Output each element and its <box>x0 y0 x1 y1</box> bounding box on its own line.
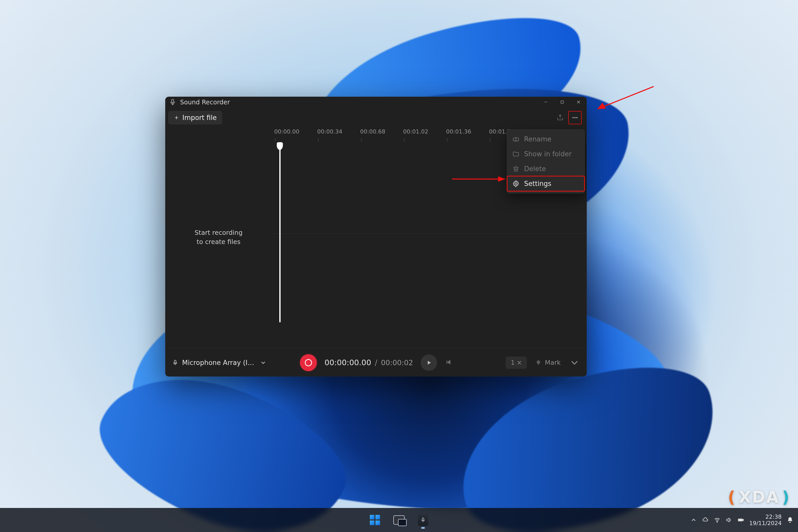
playback-speed-label: 1 × <box>511 359 522 366</box>
add-marker-button[interactable]: Mark <box>531 357 564 368</box>
window-maximize-button[interactable] <box>554 97 570 108</box>
svg-rect-20 <box>422 518 424 520</box>
titlebar[interactable]: Sound Recorder <box>165 97 587 108</box>
svg-rect-12 <box>174 360 176 363</box>
marker-dropdown-button[interactable] <box>569 357 580 368</box>
taskbar-clock[interactable]: 22:38 19/11/2024 <box>749 514 782 527</box>
skip-back-button[interactable] <box>445 359 452 367</box>
playhead[interactable] <box>277 142 283 322</box>
task-view-button[interactable] <box>389 510 409 530</box>
time-readout: 00:00:00.00 / 00:00:02 <box>325 358 413 367</box>
playback-speed-button[interactable]: 1 × <box>506 357 527 369</box>
record-icon <box>305 359 312 366</box>
menu-item-settings[interactable]: Settings <box>507 176 585 191</box>
time-separator: / <box>373 358 379 367</box>
svg-point-7 <box>572 117 574 118</box>
annotation-arrow <box>590 84 656 115</box>
marker-label: Mark <box>545 359 560 366</box>
svg-rect-0 <box>172 99 174 103</box>
menu-item-rename[interactable]: Rename <box>507 132 585 147</box>
import-file-label: Import file <box>182 114 217 121</box>
share-button[interactable] <box>553 111 567 124</box>
window-minimize-button[interactable] <box>538 97 554 108</box>
ruler-tick: 00:00.34 <box>317 128 360 146</box>
playhead-handle-icon[interactable] <box>277 142 283 150</box>
clock-date: 19/11/2024 <box>749 520 782 526</box>
menu-item-label: Show in folder <box>524 150 572 158</box>
svg-rect-24 <box>739 519 742 520</box>
volume-icon[interactable] <box>726 517 732 523</box>
menu-item-label: Rename <box>524 135 551 143</box>
start-button[interactable] <box>365 510 385 530</box>
elapsed-time: 00:00:00.00 <box>325 358 371 367</box>
ruler-tick: 00:01.02 <box>403 128 446 146</box>
menu-item-label: Settings <box>524 180 551 188</box>
windows-logo-icon <box>370 515 380 525</box>
play-button[interactable] <box>421 355 437 371</box>
menu-item-show-in-folder[interactable]: Show in folder <box>507 147 585 162</box>
sound-recorder-icon <box>418 514 428 526</box>
microphone-icon <box>172 359 178 366</box>
annotation-arrow <box>451 174 513 184</box>
chevron-down-icon <box>260 359 267 366</box>
empty-state-line: Start recording <box>195 228 243 238</box>
import-file-button[interactable]: Import file <box>168 111 222 124</box>
task-view-icon <box>393 515 405 525</box>
microphone-label: Microphone Array (In… <box>182 359 256 366</box>
watermark-text: XDA <box>739 488 779 507</box>
watermark-bracket-icon: ) <box>782 488 790 507</box>
sound-recorder-window: Sound Recorder Import file <box>165 97 587 377</box>
menu-item-delete[interactable]: Delete <box>507 162 585 176</box>
tray-overflow-icon[interactable] <box>690 517 697 523</box>
microphone-picker[interactable]: Microphone Array (In… <box>172 359 267 366</box>
more-options-button[interactable] <box>568 111 582 124</box>
taskbar-app-sound-recorder[interactable] <box>413 510 433 530</box>
system-tray[interactable]: 22:38 19/11/2024 <box>690 514 798 527</box>
player-bar: Microphone Array (In… 00:00:00.00 / 00:0… <box>165 348 587 377</box>
ruler-tick: 00:01.36 <box>446 128 489 146</box>
clock-time: 22:38 <box>749 514 782 520</box>
svg-point-9 <box>576 117 577 118</box>
wifi-icon[interactable] <box>714 517 721 523</box>
playhead-line <box>279 149 281 322</box>
menu-item-label: Delete <box>524 165 546 173</box>
desktop-wallpaper: Sound Recorder Import file <box>0 0 798 532</box>
svg-point-21 <box>717 521 718 522</box>
svg-rect-23 <box>743 519 743 520</box>
app-icon <box>169 98 176 106</box>
battery-icon[interactable] <box>737 517 744 523</box>
onedrive-icon[interactable] <box>702 517 709 523</box>
ruler-tick: 00:00.68 <box>360 128 403 146</box>
recordings-sidebar-empty: Start recording to create files <box>165 127 272 348</box>
xda-watermark: ( XDA ) <box>728 488 790 507</box>
toolbar: Import file <box>165 108 587 127</box>
svg-rect-2 <box>561 101 564 103</box>
svg-point-15 <box>538 362 539 362</box>
watermark-bracket-icon: ( <box>728 488 736 507</box>
svg-point-8 <box>574 117 576 118</box>
more-options-menu: Rename Show in folder Delete Settings <box>507 129 585 193</box>
svg-marker-19 <box>498 176 505 182</box>
notifications-icon[interactable] <box>787 517 793 523</box>
marker-icon <box>535 359 542 366</box>
total-duration: 00:00:02 <box>381 359 413 367</box>
taskbar[interactable]: 22:38 19/11/2024 <box>0 508 798 532</box>
empty-state-line: to create files <box>195 238 243 247</box>
app-title: Sound Recorder <box>180 98 230 106</box>
svg-line-16 <box>597 87 654 109</box>
svg-point-11 <box>515 183 517 185</box>
record-button[interactable] <box>300 354 317 371</box>
window-close-button[interactable] <box>570 97 587 108</box>
